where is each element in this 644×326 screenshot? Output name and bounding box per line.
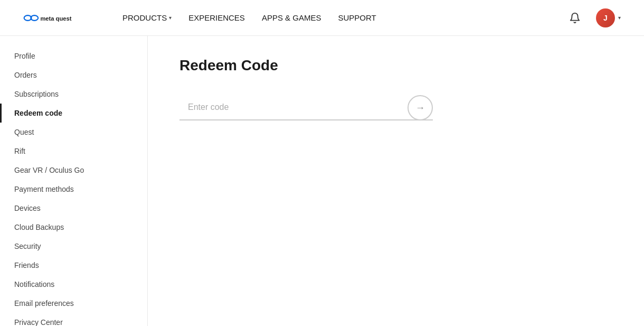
- sidebar-item-security[interactable]: Security: [0, 237, 147, 256]
- nav-item-support[interactable]: SUPPORT: [332, 9, 382, 26]
- nav-item-apps-games[interactable]: APPS & GAMES: [255, 9, 328, 26]
- sidebar-item-profile[interactable]: Profile: [0, 46, 147, 66]
- meta-quest-logo-icon: meta quest: [21, 11, 95, 25]
- sidebar-item-friends[interactable]: Friends: [0, 256, 147, 275]
- code-input-container: →: [179, 95, 433, 120]
- main-nav: PRODUCTS ▾ EXPERIENCES APPS & GAMES SUPP…: [116, 9, 383, 26]
- user-menu-button[interactable]: J ▾: [594, 6, 623, 30]
- logo[interactable]: meta quest: [21, 11, 95, 25]
- user-chevron-icon: ▾: [618, 15, 621, 21]
- nav-item-products[interactable]: PRODUCTS ▾: [116, 9, 178, 26]
- bell-icon: [569, 12, 581, 24]
- svg-text:meta quest: meta quest: [40, 15, 71, 21]
- avatar: J: [596, 8, 615, 27]
- nav-label-products: PRODUCTS: [122, 13, 167, 22]
- sidebar-item-notifications[interactable]: Notifications: [0, 275, 147, 294]
- code-input[interactable]: [179, 95, 433, 120]
- notifications-bell-button[interactable]: [564, 7, 585, 29]
- sidebar-item-redeem-code[interactable]: Redeem code: [0, 104, 147, 123]
- sidebar: ProfileOrdersSubscriptionsRedeem codeQue…: [0, 36, 148, 326]
- page-title: Redeem Code: [179, 57, 612, 74]
- nav-label-experiences: EXPERIENCES: [188, 13, 245, 22]
- sidebar-item-cloud-backups[interactable]: Cloud Backups: [0, 218, 147, 237]
- content-area: Redeem Code →: [148, 36, 644, 326]
- main-container: ProfileOrdersSubscriptionsRedeem codeQue…: [0, 36, 644, 326]
- sidebar-item-quest[interactable]: Quest: [0, 123, 147, 142]
- arrow-right-icon: →: [415, 103, 425, 114]
- header-right: J ▾: [564, 6, 623, 30]
- code-submit-button[interactable]: →: [408, 95, 433, 120]
- sidebar-item-rift[interactable]: Rift: [0, 142, 147, 161]
- sidebar-item-orders[interactable]: Orders: [0, 66, 147, 85]
- nav-label-support: SUPPORT: [338, 13, 376, 22]
- sidebar-item-gear-vr--oculus-go[interactable]: Gear VR / Oculus Go: [0, 161, 147, 180]
- sidebar-item-privacy-center[interactable]: Privacy Center: [0, 313, 147, 326]
- header-left: meta quest PRODUCTS ▾ EXPERIENCES APPS &…: [21, 9, 383, 26]
- sidebar-item-subscriptions[interactable]: Subscriptions: [0, 85, 147, 104]
- sidebar-item-email-preferences[interactable]: Email preferences: [0, 294, 147, 313]
- nav-label-apps-games: APPS & GAMES: [262, 13, 321, 22]
- header: meta quest PRODUCTS ▾ EXPERIENCES APPS &…: [0, 0, 644, 36]
- chevron-down-icon: ▾: [169, 15, 172, 21]
- sidebar-item-devices[interactable]: Devices: [0, 199, 147, 218]
- sidebar-item-payment-methods[interactable]: Payment methods: [0, 180, 147, 199]
- nav-item-experiences[interactable]: EXPERIENCES: [182, 9, 251, 26]
